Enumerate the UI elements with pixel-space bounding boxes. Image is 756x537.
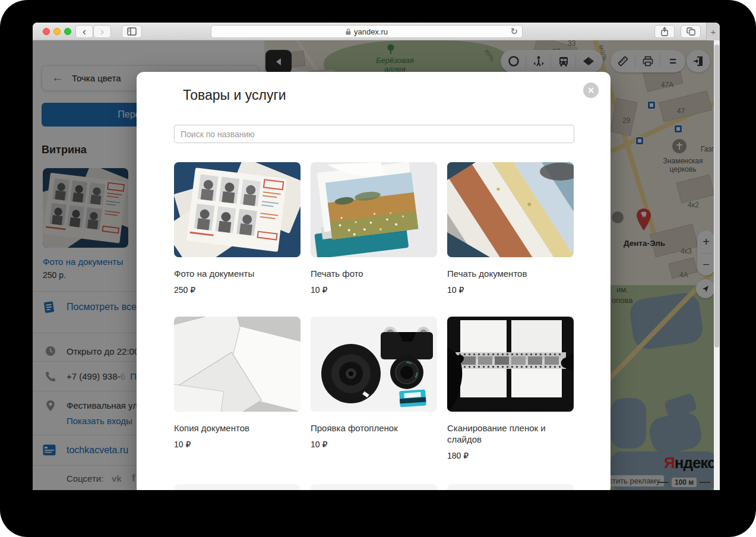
product-name: Печать фото (311, 268, 437, 279)
close-window-button[interactable] (43, 28, 50, 35)
products-modal: Товары и услуги ✕ (137, 72, 611, 490)
minimize-window-button[interactable] (53, 28, 61, 35)
sidebar-icon (127, 27, 137, 36)
product-name: Сканирование пленок и слайдов (447, 422, 574, 445)
share-button[interactable] (654, 25, 675, 38)
product-name: Печать документов (447, 268, 574, 279)
product-card[interactable]: Копия документов 10 ₽ (174, 317, 300, 460)
product-card[interactable] (311, 484, 437, 490)
product-card[interactable]: Фото на документы 250 ₽ (174, 162, 300, 295)
back-icon: ‹ (83, 26, 86, 38)
product-image-paper-sheets (174, 317, 300, 412)
forward-button[interactable]: › (93, 25, 111, 38)
maximize-window-button[interactable] (64, 28, 71, 35)
tabs-icon (687, 27, 695, 36)
product-search-input[interactable] (174, 125, 574, 143)
screenshot-canvas: ‹ › yandex.ru ↻ + ← Точка цвета (0, 0, 756, 537)
product-image-photo-book (311, 162, 437, 257)
page-scrollbar[interactable] (714, 40, 720, 490)
product-price: 10 ₽ (311, 285, 437, 295)
product-image-id-photos (174, 162, 300, 257)
modal-title: Товары и услуги (183, 87, 286, 103)
tabs-overview-button[interactable] (681, 25, 701, 38)
product-price: 10 ₽ (174, 440, 300, 449)
product-price: 10 ₽ (447, 285, 574, 295)
product-image-film-scanning (447, 317, 574, 412)
new-tab-button[interactable]: + (706, 23, 720, 40)
product-price: 250 ₽ (174, 285, 300, 295)
close-icon: ✕ (587, 86, 594, 95)
product-card[interactable] (174, 484, 300, 490)
product-card[interactable]: Сканирование пленок и слайдов 180 ₽ (447, 317, 574, 460)
product-price: 180 ₽ (447, 451, 574, 460)
url-text: yandex.ru (354, 27, 388, 36)
product-card[interactable]: Печать фото 10 ₽ (311, 162, 437, 295)
lock-icon (346, 29, 351, 35)
forward-icon: › (100, 26, 104, 38)
product-name: Фото на документы (174, 268, 300, 279)
product-card[interactable] (447, 484, 574, 490)
product-image-film-developing (311, 317, 437, 412)
product-card[interactable]: Печать документов 10 ₽ (447, 162, 574, 295)
product-name: Проявка фотопленок (311, 422, 437, 434)
product-card[interactable]: Проявка фотопленок 10 ₽ (311, 317, 437, 460)
back-button[interactable]: ‹ (75, 25, 93, 38)
sidebar-toggle-button[interactable] (122, 25, 142, 38)
modal-close-button[interactable]: ✕ (583, 83, 599, 98)
browser-window: ‹ › yandex.ru ↻ + ← Точка цвета (33, 23, 720, 490)
share-icon (660, 27, 669, 36)
product-image-paint-strips (447, 162, 574, 257)
reload-icon[interactable]: ↻ (510, 26, 518, 37)
url-field[interactable]: yandex.ru ↻ (211, 25, 523, 38)
scrollbar-thumb[interactable] (714, 45, 719, 348)
product-name: Копия документов (174, 422, 300, 434)
product-price: 10 ₽ (311, 440, 437, 449)
browser-titlebar: ‹ › yandex.ru ↻ + (33, 23, 720, 40)
